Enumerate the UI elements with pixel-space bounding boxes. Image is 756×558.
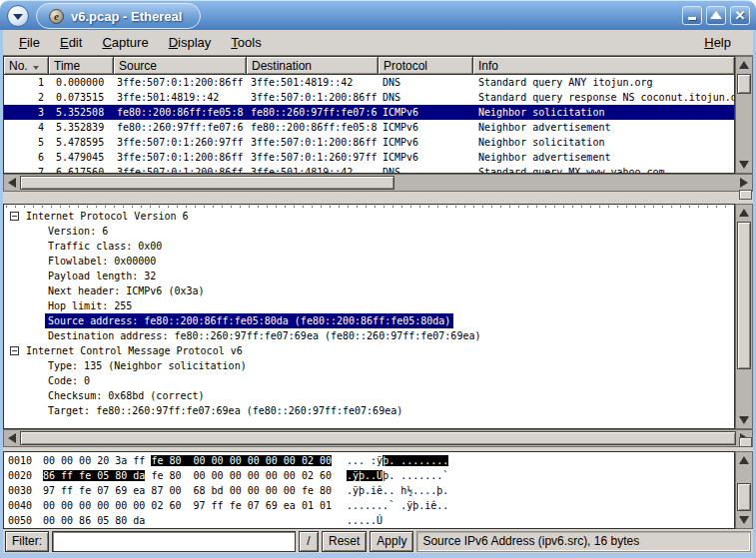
tree-node-label: Internet Control Message Protocol v6 [23, 343, 246, 358]
scroll-down-icon[interactable] [739, 416, 749, 424]
tree-node[interactable]: Checksum: 0x68bd (correct) [4, 388, 734, 403]
hex-row[interactable]: 003097 ff fe 07 69 ea 87 00 68 bd 00 00 … [4, 483, 734, 498]
ascii-segment: .......` .ÿþ.iê.. [347, 500, 448, 511]
packet-row[interactable]: 45.352839fe80::260:97ff:fe07:6fe80::200:… [4, 120, 734, 135]
scrollbar-thumb[interactable] [737, 74, 751, 94]
scrollbar-thumb[interactable] [20, 431, 736, 445]
column-header-no[interactable]: No. [4, 57, 49, 75]
menu-item-edit[interactable]: Edit [50, 31, 92, 54]
tree-node[interactable]: Internet Control Message Protocol v6 [4, 343, 734, 358]
hex-segment: 00 00 86 05 80 da [43, 515, 145, 526]
minimize-button[interactable] [682, 6, 702, 25]
packet-cell: fe80::260:97ff:fe07:6 [247, 105, 378, 120]
title-tab: v6.pcap - Ethereal [36, 3, 201, 29]
tree-node[interactable]: Type: 135 (Neighbor solicitation) [4, 358, 734, 373]
hex-bytes: 86 ff fe 05 80 da fe 80 00 00 00 00 00 0… [43, 468, 339, 483]
hex-bytes: 97 ff fe 07 69 ea 87 00 68 bd 00 00 00 0… [43, 483, 339, 498]
ethereal-window: v6.pcap - Ethereal FileEditCaptureDispla… [0, 0, 756, 558]
packet-row[interactable]: 10.0000003ffe:507:0:1:200:86ff3ffe:501:4… [4, 75, 734, 90]
window-menu-button[interactable] [7, 5, 29, 27]
reset-button[interactable]: Reset [322, 531, 367, 552]
packet-cell: 5.478595 [49, 135, 114, 150]
packet-cell: 3ffe:507:0:1:260:97ff [114, 135, 247, 150]
column-header-label: Protocol [383, 59, 427, 73]
scroll-right-icon[interactable] [740, 178, 748, 188]
detail-tree-hscrollbar[interactable] [3, 429, 753, 447]
scrollbar-thumb[interactable] [737, 483, 751, 511]
scroll-down-icon[interactable] [739, 161, 749, 169]
menu-item-help[interactable]: Help [694, 31, 741, 54]
maximize-button[interactable] [706, 6, 726, 25]
tree-node[interactable]: Code: 0 [4, 373, 734, 388]
packet-cell: 2 [4, 90, 49, 105]
filter-input[interactable] [52, 531, 296, 552]
hex-row[interactable]: 005000 00 86 05 80 da.....Ú [4, 513, 734, 528]
tree-node[interactable]: Hop limit: 255 [4, 298, 734, 313]
column-header-label: Info [478, 59, 498, 73]
menu-item-capture[interactable]: Capture [92, 31, 158, 54]
tree-node[interactable]: Flowlabel: 0x00000 [4, 254, 734, 269]
tree-node[interactable]: Target: fe80::260:97ff:fe07:69ea (fe80::… [4, 403, 734, 418]
hex-row[interactable]: 001000 00 00 20 3a ff fe 80 00 00 00 00 … [4, 453, 734, 468]
scroll-up-icon[interactable] [739, 61, 749, 69]
detail-tree-pane: Internet Protocol Version 6Version: 6Tra… [3, 204, 753, 447]
scroll-left-icon[interactable] [8, 433, 16, 443]
menu-item-tools[interactable]: Tools [221, 31, 271, 54]
column-header-info[interactable]: Info [473, 57, 734, 75]
packet-cell: 0.073515 [49, 90, 114, 105]
apply-button[interactable]: Apply [370, 531, 413, 552]
column-header-destination[interactable]: Destination [247, 57, 378, 75]
collapse-expander-icon[interactable] [10, 346, 19, 355]
detail-tree-vscrollbar[interactable] [735, 204, 753, 429]
tree-node[interactable]: Traffic class: 0x00 [4, 239, 734, 254]
packet-row[interactable]: 55.4785953ffe:507:0:1:260:97ff3ffe:507:0… [4, 135, 734, 150]
column-header-time[interactable]: Time [49, 57, 114, 75]
packet-cell: 6 [4, 150, 49, 165]
ascii-bytes: .ÿþ.iê.. h½....þ. [347, 483, 448, 498]
ascii-segment: þ. .......` [382, 470, 448, 481]
ascii-bytes: .ÿþ..Úþ. .......` [347, 468, 448, 483]
packet-cell: 0.000000 [49, 75, 114, 90]
scroll-up-icon[interactable] [739, 209, 749, 217]
packet-row[interactable]: 20.0735153ffe:501:4819::423ffe:507:0:1:2… [4, 90, 734, 105]
filter-button[interactable]: Filter: [5, 531, 49, 552]
packet-cell: ICMPv6 [378, 105, 473, 120]
scrollbar-thumb[interactable] [737, 222, 751, 369]
packet-cell: 1 [4, 75, 49, 90]
hex-row[interactable]: 004000 00 00 00 00 00 02 60 97 ff fe 07 … [4, 498, 734, 513]
packet-row[interactable]: 35.352508fe80::200:86ff:fe05:8fe80::260:… [4, 105, 734, 120]
pane-resize-grip[interactable] [739, 190, 752, 200]
packet-cell: ICMPv6 [378, 120, 473, 135]
packet-row[interactable]: 65.4790453ffe:507:0:1:200:86ff3ffe:507:0… [4, 150, 734, 165]
status-field: Source IPv6 Address (ipv6.src), 16 bytes [416, 531, 751, 552]
column-header-source[interactable]: Source [114, 57, 247, 75]
column-header-protocol[interactable]: Protocol [378, 57, 473, 75]
hex-row[interactable]: 002086 ff fe 05 80 da fe 80 00 00 00 00 … [4, 468, 734, 483]
tree-node[interactable]: Payload length: 32 [4, 269, 734, 283]
hex-dump-vscrollbar[interactable] [735, 451, 753, 529]
scroll-down-icon[interactable] [739, 516, 749, 524]
packet-list-hscrollbar[interactable] [3, 174, 753, 192]
menu-item-file[interactable]: File [9, 31, 50, 54]
scroll-up-icon[interactable] [739, 456, 749, 464]
packet-list-vscrollbar[interactable] [735, 56, 753, 174]
packet-row[interactable]: 76.6175603ffe:507:0:1:200:86ff3ffe:501:4… [4, 165, 734, 174]
ascii-segment: .ÿþ.iê.. h½....þ. [347, 485, 448, 496]
filter-slash-button[interactable]: / [299, 531, 319, 552]
scrollbar-thumb[interactable] [20, 176, 394, 190]
tree-node[interactable]: Next header: ICMPv6 (0x3a) [4, 283, 734, 298]
tree-node-label: Type: 135 (Neighbor solicitation) [45, 358, 250, 373]
packet-cell: fe80::200:86ff:fe05:8 [247, 120, 378, 135]
scroll-left-icon[interactable] [8, 178, 16, 188]
tree-node[interactable]: Destination address: fe80::260:97ff:fe07… [4, 328, 734, 343]
tree-node[interactable]: Version: 6 [4, 224, 734, 239]
titlebar[interactable]: v6.pcap - Ethereal [0, 0, 756, 30]
packet-cell: 3ffe:507:0:1:200:86ff [114, 75, 247, 90]
close-button[interactable] [730, 6, 750, 25]
collapse-expander-icon[interactable] [10, 212, 19, 221]
menu-item-display[interactable]: Display [159, 31, 222, 54]
tree-node[interactable]: Source address: fe80::200:86ff:fe05:80da… [4, 313, 734, 328]
tree-node[interactable]: Internet Protocol Version 6 [4, 209, 734, 224]
packet-cell: 5.352508 [49, 105, 114, 120]
pane-resize-grip[interactable] [739, 437, 752, 447]
